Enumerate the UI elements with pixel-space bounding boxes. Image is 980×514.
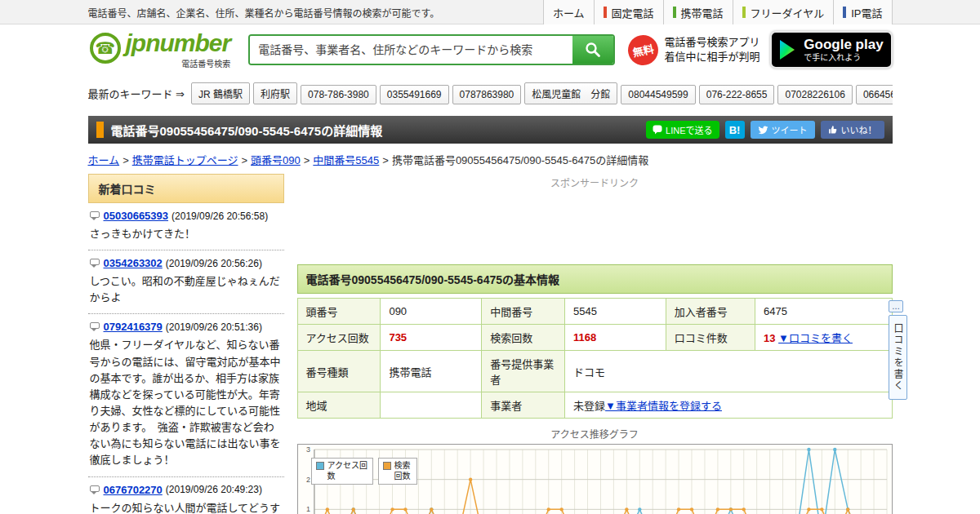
keyword-item-3[interactable]: 0355491669 bbox=[380, 85, 449, 104]
google-play-badge[interactable]: Google play で手に入れよう bbox=[770, 31, 893, 69]
carrier-value: ドコモ bbox=[565, 351, 892, 392]
review-timestamp: (2019/09/26 20:51:36) bbox=[166, 321, 262, 333]
review-item-0: 05030665393(2019/09/26 20:56:58)さっきもかけてき… bbox=[88, 203, 284, 250]
top-nav-item-4[interactable]: IP電話 bbox=[833, 0, 892, 24]
play-triangle-icon bbox=[778, 39, 796, 60]
search-icon bbox=[585, 42, 601, 58]
keyword-item-4[interactable]: 0787863980 bbox=[452, 85, 522, 104]
keyword-item-0[interactable]: JR 鶴橋駅 bbox=[191, 82, 250, 104]
nav-accent-bar bbox=[604, 7, 607, 18]
write-review-link[interactable]: ▼口コミを書く bbox=[778, 332, 853, 344]
review-text: トークの知らない人間が電話してどうするのチンプンカンプンで話が通じない bbox=[90, 500, 283, 514]
breadcrumb-separator: > bbox=[122, 154, 129, 166]
keyword-item-1[interactable]: 利府駅 bbox=[253, 82, 297, 104]
breadcrumb-item-4: 携帯電話番号09055456475/090-5545-6475の詳細情報 bbox=[392, 154, 648, 166]
svg-text:3: 3 bbox=[305, 445, 310, 454]
search-count-label: 検索回数 bbox=[482, 325, 565, 351]
review-phone-link[interactable]: 0676702270 bbox=[104, 484, 163, 496]
subscriber-number-value: 6475 bbox=[755, 299, 893, 325]
keyword-item-5[interactable]: 松風児童館 分館 bbox=[524, 82, 617, 104]
line-bubble-icon bbox=[653, 125, 662, 135]
logo-wordmark: jpnumber bbox=[126, 31, 231, 55]
phone-logo-icon: ☎ bbox=[88, 31, 122, 65]
hatena-bookmark-button[interactable]: B! bbox=[725, 121, 745, 139]
access-count-value: 735 bbox=[381, 325, 482, 351]
comment-bubble-icon bbox=[90, 485, 100, 494]
register-business-link[interactable]: ▼事業者情報を登録する bbox=[605, 400, 722, 412]
line-share-button[interactable]: LINEで送る bbox=[646, 121, 719, 139]
business-value: 未登録▼事業者情報を登録する bbox=[565, 392, 892, 419]
keyword-item-8[interactable]: 07028226106 bbox=[777, 85, 852, 104]
search-input[interactable] bbox=[250, 36, 572, 64]
access-trend-chart: 0123 アクセス回数検索回数 bbox=[297, 444, 893, 514]
site-tagline: 電話番号、店舗名、企業名、住所、業種名から電話番号情報の検索が可能です。 bbox=[88, 6, 440, 20]
review-phone-link[interactable]: 05030665393 bbox=[104, 210, 169, 222]
number-type-value: 携帯電話 bbox=[381, 351, 482, 392]
table-row: アクセス回数 735 検索回数 1168 口コミ件数 13 ▼口コミを書く bbox=[297, 325, 892, 351]
keyword-item-6[interactable]: 08044549599 bbox=[621, 85, 695, 104]
comment-bubble-icon bbox=[90, 211, 100, 220]
legend-label: 検索回数 bbox=[394, 461, 412, 481]
review-text: さっきもかけてきた！ bbox=[90, 226, 283, 242]
breadcrumb-item-3[interactable]: 中間番号5545 bbox=[313, 154, 379, 166]
keyword-list: JR 鶴橋駅利府駅078-786-39800355491669078786398… bbox=[188, 82, 892, 104]
thumbs-up-icon bbox=[828, 125, 838, 135]
region-label: 地域 bbox=[297, 392, 381, 419]
search-button[interactable] bbox=[572, 36, 613, 64]
table-row: 頭番号 090 中間番号 5545 加入者番号 6475 bbox=[297, 299, 892, 325]
write-review-tab[interactable]: 口コミを書く bbox=[889, 315, 907, 400]
top-nav-item-2[interactable]: 携帯電話 bbox=[663, 0, 733, 24]
basic-info-section-title: 電話番号09055456475/090-5545-6475の基本情報 bbox=[297, 264, 893, 294]
ad-space bbox=[297, 189, 893, 264]
review-count-label: 口コミ件数 bbox=[666, 325, 755, 351]
top-nav-label: ホーム bbox=[553, 5, 585, 20]
google-play-sublabel: で手に入れよう bbox=[804, 53, 883, 62]
legend-entry-1: 検索回数 bbox=[378, 458, 417, 485]
keyword-item-7[interactable]: 076-222-8655 bbox=[699, 85, 775, 104]
breadcrumb: ホーム>携帯電話トップページ>頭番号090>中間番号5545>携帯電話番号090… bbox=[88, 152, 893, 167]
keyword-item-9[interactable]: 0664564615 bbox=[856, 85, 893, 104]
page-title: 電話番号09055456475/090-5545-6475の詳細情報 bbox=[111, 122, 383, 139]
legend-swatch bbox=[316, 462, 324, 470]
breadcrumb-item-0[interactable]: ホーム bbox=[88, 154, 120, 166]
business-label: 事業者 bbox=[482, 392, 565, 419]
tab-dots-button[interactable]: … bbox=[889, 300, 903, 312]
breadcrumb-separator: > bbox=[304, 154, 310, 166]
tweet-button[interactable]: ツイート bbox=[751, 121, 815, 139]
app-promo-line2: 着信中に相手が判明 bbox=[664, 50, 760, 64]
sponsored-link-label: スポンサードリンク bbox=[297, 175, 893, 189]
access-graph-title: アクセス推移グラフ bbox=[297, 427, 893, 441]
nav-accent-bar bbox=[742, 7, 746, 18]
site-header: ☎ jpnumber 電話番号検索 無料 電話番号検索アプリ 着信中に相手が判明 bbox=[88, 24, 893, 75]
keyword-item-2[interactable]: 078-786-3980 bbox=[301, 85, 376, 104]
facebook-like-button[interactable]: いいね！ bbox=[821, 121, 884, 139]
app-promo-line1: 電話番号検索アプリ bbox=[664, 35, 760, 50]
legend-entry-0: アクセス回数 bbox=[311, 458, 373, 485]
table-row: 地域 事業者 未登録▼事業者情報を登録する bbox=[297, 392, 892, 419]
review-item-1: 0354263302(2019/09/26 20:56:26)しつこい。昭和の不… bbox=[88, 250, 284, 314]
top-nav-item-0[interactable]: ホーム bbox=[543, 0, 594, 24]
subscriber-number-label: 加入者番号 bbox=[666, 299, 755, 325]
review-text: 他県・フリーダイヤルなど、知らない番号からの電話には、留守電対応が基本中の基本で… bbox=[90, 337, 283, 468]
review-timestamp: (2019/09/26 20:56:26) bbox=[166, 258, 262, 269]
breadcrumb-item-2[interactable]: 頭番号090 bbox=[251, 154, 301, 166]
breadcrumb-item-1[interactable]: 携帯電話トップページ bbox=[132, 154, 238, 166]
top-nav-item-1[interactable]: 固定電話 bbox=[594, 0, 663, 24]
title-accent-marker bbox=[96, 122, 104, 138]
app-promo: 無料 電話番号検索アプリ 着信中に相手が判明 bbox=[628, 35, 760, 65]
top-nav-label: IP電話 bbox=[851, 5, 882, 20]
svg-text:2: 2 bbox=[305, 476, 310, 484]
site-logo[interactable]: ☎ jpnumber 電話番号検索 bbox=[88, 31, 231, 69]
svg-text:☎: ☎ bbox=[95, 39, 115, 57]
number-type-label: 番号種類 bbox=[297, 351, 381, 392]
keyword-bar: 最新のキーワード ⇒ JR 鶴橋駅利府駅078-786-398003554916… bbox=[88, 82, 893, 104]
floating-review-tab: … 口コミを書く bbox=[889, 300, 903, 400]
review-count-value: 13 ▼口コミを書く bbox=[755, 325, 893, 351]
breadcrumb-separator: > bbox=[241, 154, 247, 166]
review-phone-link[interactable]: 0792416379 bbox=[104, 321, 163, 333]
review-list: 05030665393(2019/09/26 20:56:58)さっきもかけてき… bbox=[88, 203, 284, 514]
review-phone-link[interactable]: 0354263302 bbox=[104, 257, 163, 269]
top-nav-item-3[interactable]: フリーダイヤル bbox=[733, 0, 834, 24]
keyword-bar-label: 最新のキーワード ⇒ bbox=[88, 86, 185, 101]
carrier-label: 番号提供事業者 bbox=[482, 351, 565, 392]
